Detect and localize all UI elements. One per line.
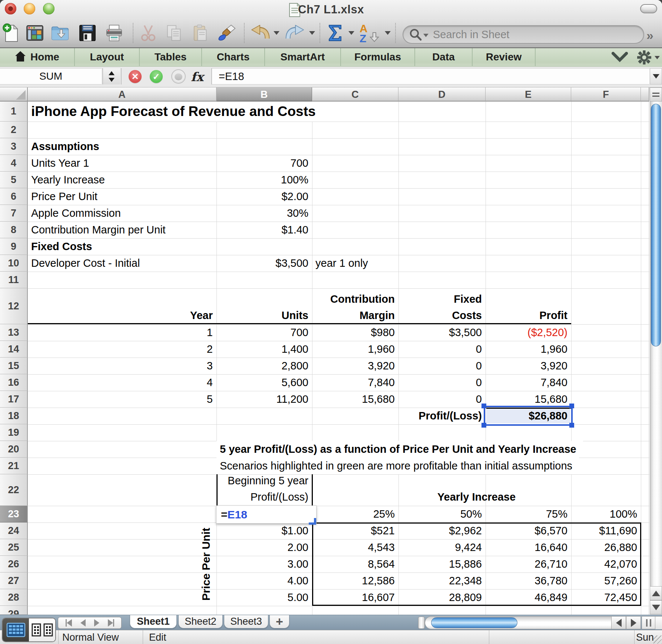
cell-B24[interactable]: $1.00 xyxy=(216,522,312,539)
format-painter-button[interactable] xyxy=(218,21,236,44)
cut-button[interactable] xyxy=(139,21,157,44)
cell-D28[interactable]: 28,809 xyxy=(398,589,486,606)
cell-C13[interactable]: $980 xyxy=(312,324,398,341)
row-header-21[interactable]: 21 xyxy=(0,458,28,474)
row-header-23[interactable]: 23 xyxy=(0,506,28,522)
row-header-20[interactable]: 20 xyxy=(0,441,28,458)
cell-D15[interactable]: 0 xyxy=(398,358,486,374)
cell-E17[interactable]: 15,680 xyxy=(486,391,571,408)
cell-C24[interactable]: $521 xyxy=(312,522,398,539)
row-header-9[interactable]: 9 xyxy=(0,238,28,255)
ribbon-tab-smartart[interactable]: SmartArt xyxy=(265,48,341,66)
redo-button[interactable] xyxy=(285,21,305,44)
cell-C26[interactable]: 8,564 xyxy=(312,556,398,572)
cell-C23[interactable]: 25% xyxy=(312,506,398,522)
last-sheet-button[interactable] xyxy=(108,619,114,627)
ribbon-collapse-chevron[interactable] xyxy=(612,52,628,63)
column-header-F[interactable]: F xyxy=(571,87,641,102)
select-all-corner[interactable] xyxy=(0,87,28,102)
first-sheet-button[interactable] xyxy=(66,619,72,627)
row-header-15[interactable]: 15 xyxy=(0,358,28,374)
cell-E27[interactable]: 36,780 xyxy=(486,572,571,589)
cell-A16[interactable]: 4 xyxy=(28,374,216,391)
cell-D16[interactable]: 0 xyxy=(398,374,486,391)
enter-button[interactable]: ✓ xyxy=(150,70,163,83)
cell-B15[interactable]: 2,800 xyxy=(216,358,312,374)
row-header-19[interactable]: 19 xyxy=(0,424,28,441)
row-header-1[interactable]: 1 xyxy=(0,102,28,122)
undo-dropdown[interactable] xyxy=(274,31,279,35)
cell-A4[interactable]: Units Year 1 xyxy=(28,155,216,172)
ribbon-tab-formulas[interactable]: Formulas xyxy=(341,48,415,66)
row-header-8[interactable]: 8 xyxy=(0,222,28,238)
ribbon-tab-layout[interactable]: Layout xyxy=(75,48,140,66)
add-sheet-button[interactable]: + xyxy=(269,615,289,628)
row-header-26[interactable]: 26 xyxy=(0,556,28,572)
cell-C16[interactable]: 7,840 xyxy=(312,374,398,391)
cell-A9[interactable]: Fixed Costs xyxy=(28,238,216,255)
row-header-11[interactable]: 11 xyxy=(0,272,28,288)
open-button[interactable] xyxy=(51,21,69,44)
name-box-stepper[interactable] xyxy=(103,68,120,84)
scroll-left-button[interactable] xyxy=(611,616,626,629)
column-header-E[interactable]: E xyxy=(486,87,572,102)
scroll-right-button[interactable] xyxy=(626,616,641,629)
row-header-13[interactable]: 13 xyxy=(0,324,28,341)
selection-handle[interactable] xyxy=(481,423,486,428)
cell-E24[interactable]: $6,570 xyxy=(486,522,571,539)
sort-button[interactable]: A Z xyxy=(359,21,383,44)
search-input[interactable] xyxy=(432,28,610,41)
undo-button[interactable] xyxy=(251,21,270,44)
redo-dropdown[interactable] xyxy=(309,31,315,35)
toolbar-toggle-lozenge[interactable] xyxy=(640,4,657,13)
cell-B20[interactable]: 5 year Profit/(Loss) as a function of Pr… xyxy=(216,441,583,458)
row-header-12[interactable]: 12 xyxy=(0,288,28,324)
cell-F25[interactable]: 26,880 xyxy=(571,539,641,556)
cell-A13[interactable]: 1 xyxy=(28,324,216,341)
cell-C25[interactable]: 4,543 xyxy=(312,539,398,556)
cell-C27[interactable]: 12,586 xyxy=(312,572,398,589)
cell-C10[interactable]: year 1 only xyxy=(312,255,398,272)
row-header-7[interactable]: 7 xyxy=(0,205,28,222)
cell-A5[interactable]: Yearly Increase xyxy=(28,172,216,188)
cell-D12[interactable]: Fixed Costs xyxy=(398,288,486,324)
row-header-2[interactable]: 2 xyxy=(0,122,28,138)
vertical-split-handle[interactable] xyxy=(650,87,662,102)
cell-A14[interactable]: 2 xyxy=(28,341,216,358)
cell-A10[interactable]: Developer Cost - Initial xyxy=(28,255,216,272)
column-header-D[interactable]: D xyxy=(398,87,486,102)
cell-B16[interactable]: 5,600 xyxy=(216,374,312,391)
ribbon-tab-charts[interactable]: Charts xyxy=(202,48,265,66)
cell-F26[interactable]: 42,070 xyxy=(571,556,641,572)
scroll-down-button[interactable] xyxy=(650,600,662,614)
sheet-tab-sheet1[interactable]: Sheet1 xyxy=(130,615,177,628)
cell-B14[interactable]: 1,400 xyxy=(216,341,312,358)
gear-dropdown[interactable] xyxy=(655,56,660,59)
cell-A17[interactable]: 5 xyxy=(28,391,216,408)
cell-F23[interactable]: 100% xyxy=(571,506,641,522)
next-sheet-button[interactable] xyxy=(94,619,99,627)
column-header-C[interactable]: C xyxy=(312,87,399,102)
cell-B21[interactable]: Scenarios highlighted in green are more … xyxy=(216,458,579,474)
cell-F27[interactable]: 57,260 xyxy=(571,572,641,589)
cell-C17[interactable]: 15,680 xyxy=(312,391,398,408)
cell-B13[interactable]: 700 xyxy=(216,324,312,341)
cell-editor-B23[interactable]: =E18 xyxy=(216,505,317,524)
cell-E26[interactable]: 26,710 xyxy=(486,556,571,572)
row-header-22[interactable]: 22 xyxy=(0,474,28,506)
cell-C28[interactable]: 16,607 xyxy=(312,589,398,606)
row-header-6[interactable]: 6 xyxy=(0,188,28,205)
toolbar-overflow-button[interactable]: » xyxy=(646,28,653,43)
sheet-tab-sheet3[interactable]: Sheet3 xyxy=(224,615,268,628)
cell-B27[interactable]: 4.00 xyxy=(216,572,312,589)
cell-A3[interactable]: Assumptions xyxy=(28,138,216,155)
ribbon-tab-tables[interactable]: Tables xyxy=(140,48,202,66)
cell-D27[interactable]: 22,348 xyxy=(398,572,486,589)
row-header-3[interactable]: 3 xyxy=(0,138,28,155)
cell-B7[interactable]: 30% xyxy=(216,205,312,222)
formula-builder-icon[interactable] xyxy=(171,69,186,84)
save-button[interactable] xyxy=(79,21,96,44)
page-layout-view-button[interactable] xyxy=(29,618,55,641)
cell-D24[interactable]: $2,962 xyxy=(398,522,486,539)
cell-B5[interactable]: 100% xyxy=(216,172,312,188)
